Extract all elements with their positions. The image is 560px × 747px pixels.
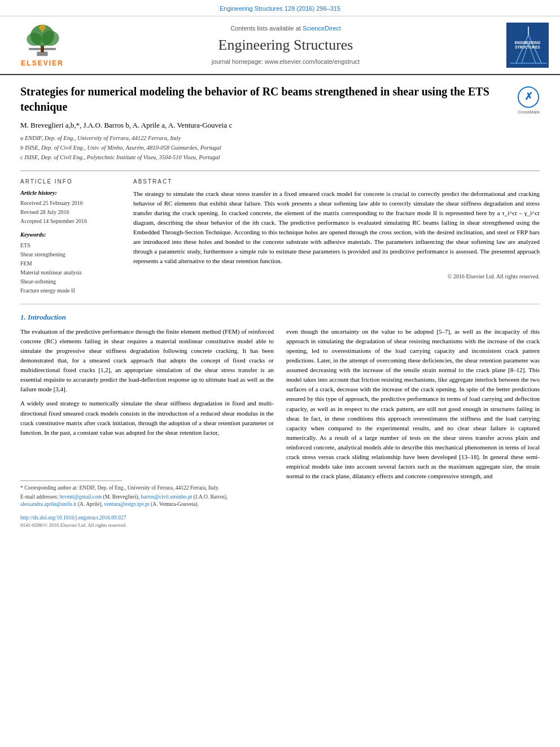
- article-title: Strategies for numerical modeling the be…: [20, 84, 540, 115]
- email-label: E-mail addresses:: [20, 494, 60, 500]
- svg-rect-7: [41, 28, 43, 32]
- email-barros[interactable]: barros@civil.uminho.pt: [141, 494, 193, 500]
- keyword-5: Shear-softening: [20, 278, 122, 286]
- main-content: ✗ CrossMark Strategies for numerical mod…: [0, 75, 560, 540]
- elsevier-tree-icon: [17, 22, 68, 59]
- svg-rect-5: [41, 46, 44, 52]
- abstract-header: Abstract: [133, 178, 540, 186]
- corresponding-footnote: * Corresponding author at: ENDIF, Dep. o…: [20, 484, 274, 492]
- intro-para-1: The evaluation of the predictive perform…: [20, 327, 274, 394]
- abstract-column: Abstract The strategy to simulate the cr…: [133, 178, 540, 296]
- keyword-6: Fracture energy mode II: [20, 287, 122, 295]
- doi-anchor[interactable]: http://dx.doi.org/10.1016/j.engstruct.20…: [20, 515, 126, 521]
- revised-date: Revised 28 July 2016: [20, 208, 122, 216]
- article-title-area: ✗ CrossMark Strategies for numerical mod…: [20, 84, 540, 115]
- footnotes-section: * Corresponding author at: ENDIF, Dep. o…: [20, 442, 274, 529]
- issn-line: 0141-0296/© 2016 Elsevier Ltd. All right…: [20, 522, 274, 529]
- journal-homepage: journal homepage: www.elsevier.com/locat…: [79, 58, 492, 66]
- journal-logo-right: ENGINEERINGSTRUCTURES: [498, 23, 549, 68]
- email-ventura-name: (A. Ventura-Gouveia).: [151, 501, 199, 507]
- engineering-structures-logo-icon: ENGINEERINGSTRUCTURES: [506, 23, 549, 68]
- intro-para-right: even though the uncertainty on the value…: [286, 327, 540, 481]
- keywords-label: Keywords:: [20, 231, 122, 239]
- received-date: Received 25 February 2016: [20, 199, 122, 207]
- email-aprile-name: (A. Aprile),: [78, 501, 104, 507]
- keyword-2: Shear strengthening: [20, 251, 122, 259]
- section-divider: [20, 304, 540, 304]
- email-footnote: E-mail addresses: brvmtt@gmail.com (M. B…: [20, 493, 274, 509]
- elsevier-text: ELSEVIER: [21, 59, 63, 68]
- email-breveglieri-name: (M. Breveglieri),: [103, 494, 141, 500]
- crossmark-circle: ✗: [518, 86, 539, 108]
- intro-para-2: A widely used strategy to numerically si…: [20, 399, 274, 437]
- keyword-1: ETS: [20, 242, 122, 250]
- authors-text: M. Breveglieri a,b,*, J.A.O. Barros b, A…: [20, 121, 232, 129]
- abstract-text: The strategy to simulate the crack shear…: [133, 189, 540, 266]
- info-abstract-section: Article Info Article history: Received 2…: [20, 171, 540, 296]
- svg-point-3: [27, 33, 42, 46]
- copyright-notice: © 2016 Elsevier Ltd. All rights reserved…: [133, 270, 540, 281]
- accepted-date: Accepted 14 September 2016: [20, 217, 122, 225]
- affiliations: a ENDIF, Dep. of Eng., University of Fer…: [20, 134, 540, 162]
- article-info-header: Article Info: [20, 178, 122, 186]
- elsevier-logo: ELSEVIER: [11, 22, 73, 68]
- eng-struct-logo-text: ENGINEERINGSTRUCTURES: [515, 41, 541, 50]
- authors-line: M. Breveglieri a,b,*, J.A.O. Barros b, A…: [20, 120, 540, 130]
- body-left-column: The evaluation of the predictive perform…: [20, 327, 274, 528]
- email-breveglieri[interactable]: brvmtt@gmail.com: [60, 494, 102, 500]
- journal-header: ELSEVIER Contents lists available at Sci…: [0, 16, 560, 75]
- doi-link[interactable]: http://dx.doi.org/10.1016/j.engstruct.20…: [20, 514, 274, 522]
- journal-reference-link[interactable]: Engineering Structures 128 (2016) 296–31…: [220, 5, 340, 12]
- affiliation-b: b ISISE, Dep. of Civil Eng., Univ. of Mi…: [20, 143, 540, 153]
- body-text-section: The evaluation of the predictive perform…: [20, 327, 540, 528]
- footnote-divider: [20, 480, 122, 481]
- article-history-label: Article history:: [20, 189, 122, 198]
- svg-point-4: [42, 30, 59, 46]
- keyword-4: Material nonlinear analysis: [20, 269, 122, 277]
- email-aprile[interactable]: alessandra.aprile@unife.it: [20, 501, 77, 507]
- sciencedirect-link[interactable]: ScienceDirect: [303, 25, 341, 32]
- journal-title: Engineering Structures: [79, 35, 492, 55]
- sciencedirect-line: Contents lists available at ScienceDirec…: [79, 24, 492, 33]
- crossmark-badge[interactable]: ✗ CrossMark: [518, 86, 540, 115]
- crossmark-icon: ✗: [524, 90, 533, 104]
- svg-rect-0: [37, 52, 47, 56]
- email-ventura[interactable]: ventura@estgv.ipv.pt: [104, 501, 149, 507]
- journal-reference-bar: Engineering Structures 128 (2016) 296–31…: [0, 0, 560, 16]
- introduction-heading: 1. Introduction: [20, 312, 540, 322]
- crossmark-label: CrossMark: [518, 109, 540, 115]
- affiliation-c: c ISISE, Dep. of Civil Eng., Polytechnic…: [20, 153, 540, 163]
- email-barros-name: (J.A.O. Barros),: [193, 494, 228, 500]
- article-info-column: Article Info Article history: Received 2…: [20, 178, 122, 296]
- journal-center: Contents lists available at ScienceDirec…: [79, 24, 492, 67]
- body-right-column: even though the uncertainty on the value…: [286, 327, 540, 528]
- keyword-3: FEM: [20, 260, 122, 268]
- affiliation-a: a ENDIF, Dep. of Eng., University of Fer…: [20, 134, 540, 143]
